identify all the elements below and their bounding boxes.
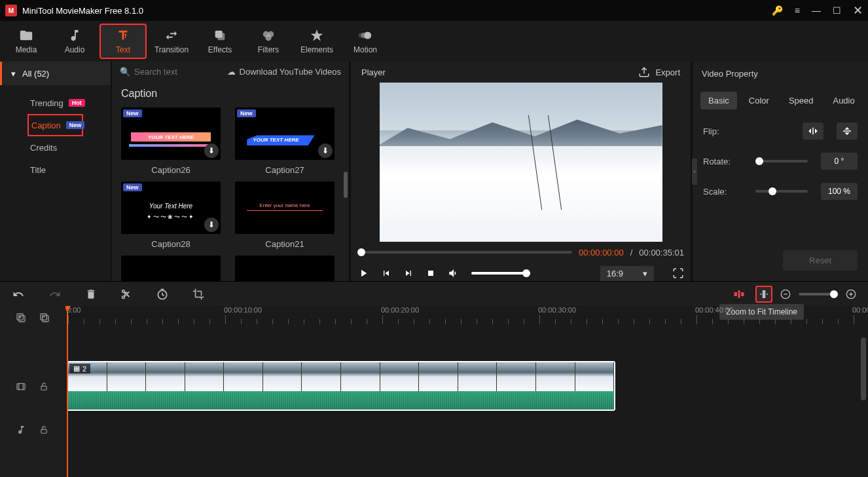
cloud-download-icon: ☁ xyxy=(227,67,236,77)
stop-button[interactable] xyxy=(425,268,436,278)
scale-value[interactable]: 100 % xyxy=(821,183,858,200)
aspect-select[interactable]: 16:9 ▾ xyxy=(600,266,654,281)
rotate-value[interactable]: 0 ° xyxy=(821,153,858,170)
tab-text[interactable]: Text xyxy=(99,24,147,59)
category-title[interactable]: Title xyxy=(0,159,111,181)
rotate-label: Rotate: xyxy=(703,157,742,166)
caption-item[interactable] xyxy=(235,256,335,281)
prev-frame-button[interactable] xyxy=(381,268,391,278)
undo-button[interactable] xyxy=(12,288,25,300)
caption-item[interactable] xyxy=(121,256,221,281)
category-all-label: All (52) xyxy=(22,69,49,79)
tab-effects-label: Effects xyxy=(208,45,232,54)
flip-horizontal-button[interactable] xyxy=(803,123,823,140)
close-icon[interactable]: ✕ xyxy=(853,3,863,18)
category-trending[interactable]: Trending Hot xyxy=(0,92,111,114)
playhead[interactable] xyxy=(67,306,68,477)
tab-elements-label: Elements xyxy=(300,45,333,54)
tab-transition-label: Transition xyxy=(154,45,189,54)
category-caption[interactable]: Caption New xyxy=(27,114,83,136)
tab-audio[interactable]: Audio xyxy=(51,24,98,59)
volume-slider[interactable] xyxy=(471,272,530,275)
gallery-scrollbar[interactable] xyxy=(344,172,348,198)
tab-media[interactable]: Media xyxy=(3,24,50,59)
reset-button[interactable]: Reset xyxy=(783,250,858,271)
export-button[interactable]: Export xyxy=(638,66,680,78)
download-icon[interactable]: ⬇ xyxy=(204,218,219,232)
svg-rect-13 xyxy=(741,292,744,296)
timeline: 0:0000:00:10:0000:00:20:0000:00:30:0000:… xyxy=(0,306,868,477)
zoom-in-button[interactable] xyxy=(846,289,856,299)
caption-name: Caption27 xyxy=(235,165,335,175)
delete-button[interactable] xyxy=(85,288,97,300)
svg-rect-23 xyxy=(41,386,46,390)
download-youtube-link[interactable]: ☁ Download YouTube Videos xyxy=(227,67,341,77)
timeline-toolbar: Zoom to Fit Timeline xyxy=(0,281,868,306)
caption-sample-text: YOUR TEXT HERE xyxy=(121,134,221,140)
search-input[interactable] xyxy=(134,67,200,77)
seek-slider[interactable] xyxy=(357,251,572,254)
flip-vertical-button[interactable] xyxy=(837,123,858,140)
fullscreen-button[interactable] xyxy=(672,267,684,279)
tab-transition[interactable]: Transition xyxy=(148,24,195,59)
lock-icon[interactable] xyxy=(39,382,48,391)
minimize-icon[interactable]: — xyxy=(812,5,821,16)
zoom-slider[interactable] xyxy=(799,293,838,296)
caption-item[interactable]: New YOUR TEXT HERE ⬇ Caption26 xyxy=(121,107,221,175)
timeline-vscrollbar[interactable] xyxy=(861,337,866,400)
category-credits-label: Credits xyxy=(30,143,57,153)
prop-tab-basic[interactable]: Basic xyxy=(700,92,737,109)
lock-icon[interactable] xyxy=(39,425,48,434)
svg-rect-14 xyxy=(738,290,740,298)
volume-icon[interactable] xyxy=(448,267,460,279)
upgrade-key-icon[interactable]: 🔑 xyxy=(772,5,783,16)
category-all[interactable]: ▾ All (52) xyxy=(0,62,111,85)
video-preview[interactable] xyxy=(351,83,691,242)
zoom-out-button[interactable] xyxy=(780,289,791,299)
tab-filters[interactable]: Filters xyxy=(245,24,292,59)
hot-badge: Hot xyxy=(69,99,85,107)
panel-expand-handle[interactable]: › xyxy=(692,159,697,185)
zoom-fit-button[interactable] xyxy=(755,286,772,303)
caption-name: Caption21 xyxy=(235,239,335,249)
download-icon[interactable]: ⬇ xyxy=(204,143,219,158)
add-track-button[interactable] xyxy=(16,313,26,323)
aspect-value: 16:9 xyxy=(607,269,623,278)
caption-item[interactable]: New Your Text Here ✦〜〜❀〜〜✦ ⬇ Caption28 xyxy=(121,181,221,249)
rotate-slider[interactable] xyxy=(755,160,808,162)
prop-tab-audio[interactable]: Audio xyxy=(825,92,862,109)
redo-button[interactable] xyxy=(48,288,62,300)
timeline-body[interactable]: 0:0000:00:10:0000:00:20:0000:00:30:0000:… xyxy=(65,306,868,477)
tab-elements[interactable]: Elements xyxy=(293,24,340,59)
next-frame-button[interactable] xyxy=(403,268,414,278)
scale-slider[interactable] xyxy=(755,190,808,193)
time-total: 00:00:35:01 xyxy=(639,248,684,258)
search-icon: 🔍 xyxy=(120,67,130,77)
play-button[interactable] xyxy=(357,267,369,279)
video-clip[interactable]: ▦2 xyxy=(67,361,615,411)
svg-rect-22 xyxy=(17,383,25,389)
speed-button[interactable] xyxy=(156,288,169,301)
flip-label: Flip: xyxy=(703,126,742,136)
auto-highlight-button[interactable] xyxy=(731,286,748,303)
svg-rect-8 xyxy=(428,271,433,276)
caption-item[interactable]: Enter your name here Caption21 xyxy=(235,181,335,249)
crop-button[interactable] xyxy=(192,288,204,300)
prop-tab-color[interactable]: Color xyxy=(741,92,777,109)
time-current: 00:00:00:00 xyxy=(579,248,624,258)
caption-item[interactable]: New YOUR TEXT HERE ⬇ Caption27 xyxy=(235,107,335,175)
category-credits[interactable]: Credits xyxy=(0,136,111,159)
prop-tab-speed[interactable]: Speed xyxy=(781,92,822,109)
download-icon[interactable]: ⬇ xyxy=(318,143,333,158)
remove-track-button[interactable] xyxy=(39,313,50,323)
caption-name: Caption26 xyxy=(121,165,221,175)
svg-rect-24 xyxy=(41,429,46,433)
caption-sample-text: Your Text Here xyxy=(121,202,221,210)
menu-icon[interactable]: ≡ xyxy=(795,5,800,16)
svg-rect-12 xyxy=(734,292,738,296)
tab-motion[interactable]: Motion xyxy=(342,24,389,59)
timeline-ruler[interactable]: 0:0000:00:10:0000:00:20:0000:00:30:0000:… xyxy=(65,306,868,330)
split-button[interactable] xyxy=(120,288,132,300)
maximize-icon[interactable]: ☐ xyxy=(833,5,841,16)
tab-effects[interactable]: Effects xyxy=(196,24,244,59)
